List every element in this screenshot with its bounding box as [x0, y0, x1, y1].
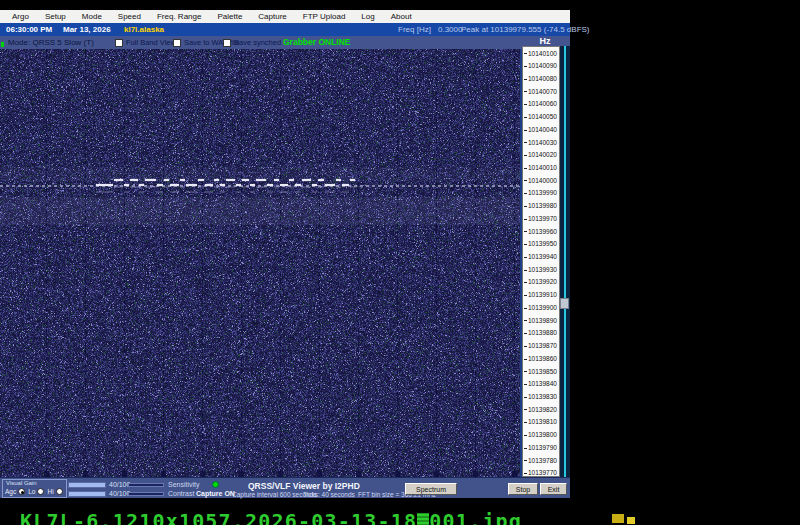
menu-item-log[interactable]: Log [353, 10, 382, 23]
scale-tick-label: 10140070 [524, 88, 560, 95]
scale-tick-label: 10139850 [524, 368, 560, 375]
radio-agc[interactable] [18, 488, 25, 495]
qrss-signal-segment [220, 184, 225, 186]
capture-filename: KL7L-6.1210x1057.2026-03-13-18001.jpg [20, 509, 522, 525]
qrss-signal-echo [280, 191, 288, 193]
waterfall-gridline [46, 49, 47, 477]
filename-prefix: KL7L-6.1210x1057.2026-03-13-18 [20, 509, 417, 525]
peak-readout: Peak at 10139979.555 (-74.5 dBFS) [461, 25, 590, 35]
freq-offset-label: Freq [Hz] [398, 25, 431, 35]
qrss-signal-echo [130, 186, 138, 188]
menu-item-capture[interactable]: Capture [250, 10, 294, 23]
screen-artifact-mark [627, 517, 635, 524]
mode-label: Mode: QRSS 5 Slow (T) [8, 38, 94, 47]
waterfall-gridline [202, 49, 203, 477]
radio-label-lo: Lo [28, 488, 35, 495]
visual-gain-group: Visual Gain AgcLoHi [2, 479, 67, 498]
slider-handle-sensitivity[interactable] [68, 482, 106, 488]
menu-bar: ArgoSetupModeSpeedFreq. RangePaletteCapt… [0, 10, 570, 23]
menu-item-speed[interactable]: Speed [110, 10, 149, 23]
scale-tick-label: 10139770 [524, 469, 560, 476]
scale-tick-label: 10140000 [524, 177, 560, 184]
qrss-signal-echo [312, 191, 317, 193]
qrss-signal-echo [139, 191, 144, 193]
scale-tick-label: 10139800 [524, 431, 560, 438]
menu-item-about[interactable]: About [383, 10, 420, 23]
slider-contrast: 40/100 [68, 490, 168, 498]
scale-tick-label: 10139960 [524, 228, 560, 235]
qrss-signal-segment [318, 179, 324, 181]
checkbox-group-save-synched: Save synched [223, 38, 281, 47]
spectrum-button[interactable]: Spectrum [405, 483, 457, 495]
qrss-signal-segment [114, 179, 123, 181]
scale-tick-label: 10139870 [524, 342, 560, 349]
menu-item-argo[interactable]: Argo [4, 10, 37, 23]
qrss-signal-segment [236, 184, 241, 186]
scale-scrollbar[interactable] [560, 46, 570, 477]
checkbox-group-full-band-view: Full Band View [115, 38, 176, 47]
qrss-signal-echo [302, 186, 311, 188]
slider-caption-sensitivity: Sensitivity [168, 481, 200, 488]
qrss-signal-echo [336, 186, 341, 188]
qrss-signal-echo [214, 186, 219, 188]
qrss-signal-segment [256, 179, 266, 181]
scale-tick-label: 10139780 [524, 457, 560, 464]
qrss-signal-echo [205, 191, 213, 193]
waterfall-gridline [436, 49, 437, 477]
qrss-signal-segment [289, 179, 294, 181]
waterfall-gridline [358, 49, 359, 477]
slider-groove-contrast[interactable] [128, 492, 164, 496]
radio-hi[interactable] [56, 488, 63, 495]
qrss-signal-segment [139, 184, 144, 186]
qrss-signal-segment [164, 179, 169, 181]
qrss-signal-segment [186, 184, 197, 186]
qrss-signal-segment [325, 184, 335, 186]
slider-handle-contrast[interactable] [68, 491, 106, 497]
scale-tick-label: 10139890 [524, 317, 560, 324]
radio-lo[interactable] [37, 488, 44, 495]
qrss-signal-segment [130, 179, 138, 181]
waterfall-gridline [124, 49, 125, 477]
checkbox-save-to-wav-file[interactable] [173, 39, 181, 47]
scale-tick-label: 10139990 [524, 189, 560, 196]
visual-gain-radios: AgcLoHi [5, 488, 64, 495]
mode-row: Mode: QRSS 5 Slow (T) Grabber ONLINE Ful… [0, 36, 570, 49]
qrss-signal-segment [302, 179, 311, 181]
menu-item-mode[interactable]: Mode [74, 10, 110, 23]
qrss-signal-echo [236, 191, 241, 193]
waterfall-gridline [85, 49, 86, 477]
text-cursor [417, 513, 429, 525]
waterfall-gridline [241, 49, 242, 477]
slider-groove-sensitivity[interactable] [128, 483, 164, 487]
bottom-control-bar: Visual Gain AgcLoHi QRSS/VLF Viewer by I… [0, 477, 570, 498]
scrollbar-thumb[interactable] [560, 298, 569, 309]
qrss-signal-segment [250, 184, 255, 186]
exit-button[interactable]: Exit [540, 483, 567, 495]
waterfall-gridline [163, 49, 164, 477]
qrss-signal-echo [186, 191, 197, 193]
qrss-signal-segment [157, 184, 163, 186]
menu-item-ftp-upload[interactable]: FTP Upload [295, 10, 354, 23]
checkbox-save-synched[interactable] [223, 39, 231, 47]
argo-window: ArgoSetupModeSpeedFreq. RangePaletteCapt… [0, 10, 570, 498]
qrss-signal-segment [124, 184, 129, 186]
scrollbar-track-line [564, 46, 566, 477]
scale-tick-label: 10139900 [524, 304, 560, 311]
qrss-signal-segment [145, 179, 156, 181]
qrss-signal-segment [242, 179, 249, 181]
menu-item-setup[interactable]: Setup [37, 10, 74, 23]
scale-tick-label: 10139820 [524, 406, 560, 413]
qrss-signal-segment [205, 184, 213, 186]
waterfall-gridline [397, 49, 398, 477]
clock: 06:30:00 PM [6, 25, 52, 35]
menu-item-palette[interactable]: Palette [209, 10, 250, 23]
checkbox-label-save-synched: Save synched [234, 38, 281, 47]
stop-button[interactable]: Stop [508, 483, 538, 495]
radio-label-hi: Hi [47, 488, 53, 495]
menu-item-freq-range[interactable]: Freq. Range [149, 10, 209, 23]
qrss-signal-echo [342, 191, 349, 193]
checkbox-full-band-view[interactable] [115, 39, 123, 47]
scale-tick-label: 10140060 [524, 100, 560, 107]
qrss-signal-segment [180, 179, 185, 181]
qrss-signal-echo [220, 191, 225, 193]
